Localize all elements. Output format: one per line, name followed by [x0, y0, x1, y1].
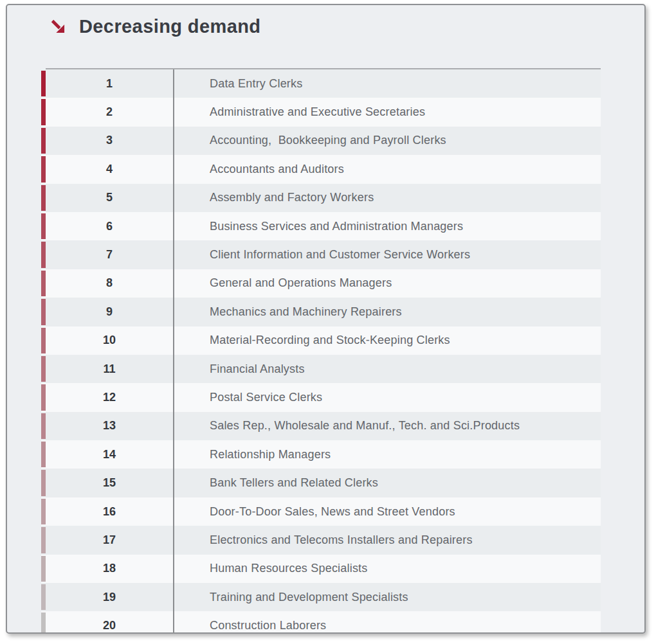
rank-number: 12 — [46, 383, 173, 411]
occupation-label: Construction Laborers — [173, 611, 601, 634]
rank-accent-bar — [41, 613, 46, 634]
table-row: 12 Postal Service Clerks — [41, 383, 601, 411]
rank-number: 8 — [46, 269, 173, 298]
table-top-rule — [46, 68, 601, 69]
occupation-label: Financial Analysts — [173, 355, 601, 383]
rank-accent-bar — [41, 556, 46, 582]
rank-number: 6 — [46, 212, 173, 240]
rank-accent-bar — [41, 584, 46, 610]
rank-number: 14 — [46, 440, 173, 469]
occupation-label: Material-Recording and Stock-Keeping Cle… — [173, 326, 601, 355]
occupation-label: Administrative and Executive Secretaries — [173, 98, 601, 126]
table-row: 13 Sales Rep., Wholesale and Manuf., Tec… — [41, 412, 601, 440]
rank-accent-bar — [41, 470, 46, 496]
occupation-label: Training and Development Specialists — [173, 583, 601, 611]
occupation-label: Assembly and Factory Workers — [173, 184, 601, 212]
occupation-label: Accountants and Auditors — [173, 155, 601, 183]
occupation-label: Accounting, Bookkeeping and Payroll Cler… — [173, 127, 601, 155]
table-row: 8 General and Operations Managers — [41, 269, 601, 298]
table-row: 2 Administrative and Executive Secretari… — [41, 98, 601, 126]
rank-accent-bar — [41, 156, 46, 182]
occupation-label: Client Information and Customer Service … — [173, 240, 601, 269]
table-rows: 1 Data Entry Clerks 2 Administrative and… — [41, 69, 601, 634]
occupation-label: Relationship Managers — [173, 440, 601, 469]
occupation-label: Postal Service Clerks — [173, 383, 601, 411]
rank-accent-bar — [41, 271, 46, 296]
rank-accent-bar — [41, 384, 46, 410]
occupation-label: Business Services and Administration Man… — [173, 212, 601, 240]
occupation-label: Mechanics and Machinery Repairers — [173, 298, 601, 326]
table-row: 19 Training and Development Specialists — [41, 583, 601, 611]
rank-number: 9 — [46, 298, 173, 326]
table-row: 20 Construction Laborers — [41, 611, 601, 634]
table-row: 11 Financial Analysts — [41, 355, 601, 383]
rank-number: 7 — [46, 240, 173, 269]
table-row: 5 Assembly and Factory Workers — [41, 184, 601, 212]
occupation-label: Sales Rep., Wholesale and Manuf., Tech. … — [173, 412, 601, 440]
rank-accent-bar — [41, 185, 46, 211]
rank-number: 16 — [46, 497, 173, 526]
table-row: 6 Business Services and Administration M… — [41, 212, 601, 240]
rank-accent-bar — [41, 499, 46, 524]
table-row: 17 Electronics and Telecoms Installers a… — [41, 526, 601, 554]
occupation-label: Electronics and Telecoms Installers and … — [173, 526, 601, 554]
occupation-label: Data Entry Clerks — [173, 69, 601, 98]
rank-number: 15 — [46, 469, 173, 497]
table-row: 16 Door-To-Door Sales, News and Street V… — [41, 497, 601, 526]
table-row: 10 Material-Recording and Stock-Keeping … — [41, 326, 601, 355]
rank-accent-bar — [41, 128, 46, 154]
report-figure-frame: Decreasing demand 1 Data Entry Clerks 2 … — [6, 4, 646, 634]
rank-accent-bar — [41, 328, 46, 353]
occupation-label: Bank Tellers and Related Clerks — [173, 469, 601, 497]
occupation-label: Door-To-Door Sales, News and Street Vend… — [173, 497, 601, 526]
decreasing-demand-table: 1 Data Entry Clerks 2 Administrative and… — [41, 68, 601, 634]
rank-accent-bar — [41, 213, 46, 239]
rank-number: 11 — [46, 355, 173, 383]
rank-accent-bar — [41, 356, 46, 382]
table-row: 9 Mechanics and Machinery Repairers — [41, 298, 601, 326]
rank-number: 13 — [46, 412, 173, 440]
rank-accent-bar — [41, 71, 46, 96]
rank-accent-bar — [41, 527, 46, 553]
rank-number: 1 — [46, 69, 173, 98]
rank-number: 4 — [46, 155, 173, 183]
rank-accent-bar — [41, 242, 46, 267]
rank-number: 5 — [46, 184, 173, 212]
rank-number: 19 — [46, 583, 173, 611]
table-row: 7 Client Information and Customer Servic… — [41, 240, 601, 269]
table-row: 3 Accounting, Bookkeeping and Payroll Cl… — [41, 127, 601, 155]
rank-accent-bar — [41, 299, 46, 325]
rank-accent-bar — [41, 99, 46, 125]
rank-accent-bar — [41, 413, 46, 439]
table-row: 4 Accountants and Auditors — [41, 155, 601, 183]
rank-number: 17 — [46, 526, 173, 554]
rank-number: 2 — [46, 98, 173, 126]
occupation-label: General and Operations Managers — [173, 269, 601, 298]
table-row: 14 Relationship Managers — [41, 440, 601, 469]
rank-number: 10 — [46, 326, 173, 355]
rank-number: 20 — [46, 611, 173, 634]
arrow-down-right-icon — [50, 18, 67, 35]
table-row: 18 Human Resources Specialists — [41, 555, 601, 583]
figure-header: Decreasing demand — [50, 16, 260, 37]
figure-title: Decreasing demand — [79, 16, 260, 37]
table-row: 1 Data Entry Clerks — [41, 69, 601, 98]
rank-accent-bar — [41, 442, 46, 467]
column-divider — [173, 68, 174, 634]
rank-number: 3 — [46, 127, 173, 155]
rank-number: 18 — [46, 555, 173, 583]
table-row: 15 Bank Tellers and Related Clerks — [41, 469, 601, 497]
occupation-label: Human Resources Specialists — [173, 555, 601, 583]
